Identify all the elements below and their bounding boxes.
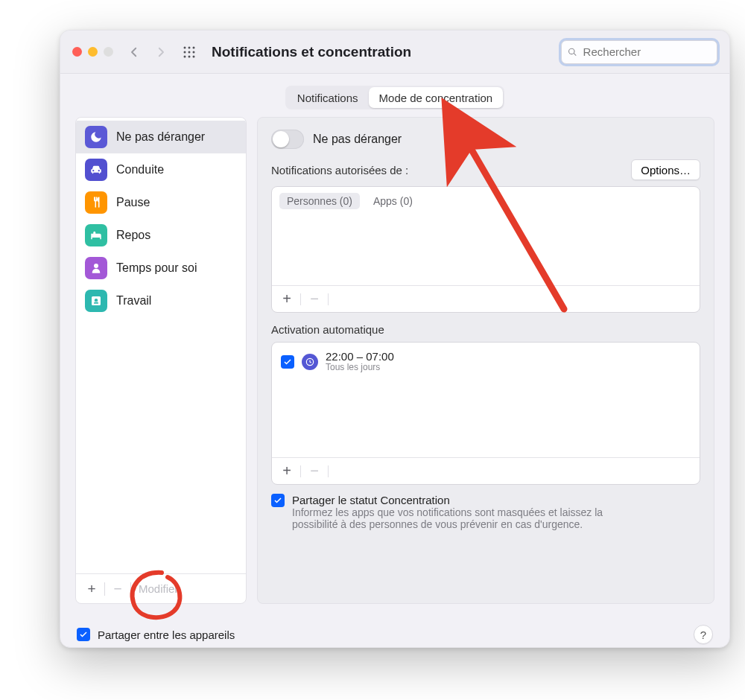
zoom-window-button[interactable] [104, 47, 113, 57]
sidebar-item-work[interactable]: Travail [76, 284, 246, 317]
options-button[interactable]: Options… [631, 159, 700, 180]
search-icon [568, 47, 577, 57]
sidebar-item-personal-time[interactable]: Temps pour soi [76, 252, 246, 284]
tab-focus[interactable]: Mode de concentration [369, 87, 504, 108]
back-button[interactable] [124, 42, 145, 63]
add-allowed-button[interactable]: + [278, 290, 296, 308]
car-icon [85, 159, 107, 181]
help-button[interactable]: ? [694, 625, 713, 644]
bed-icon [85, 224, 107, 246]
sidebar-item-label: Conduite [116, 163, 164, 176]
search-input[interactable] [582, 45, 711, 59]
svg-point-5 [193, 51, 195, 53]
focus-mode-sidebar: Ne pas déranger Conduite Pause [75, 117, 247, 604]
minimize-window-button[interactable] [88, 47, 98, 57]
allowed-notifications-label: Notifications autorisées de : [271, 164, 408, 176]
forward-button[interactable] [150, 42, 171, 63]
remove-focus-button[interactable]: − [108, 581, 127, 597]
schedule-sub: Tous les jours [326, 363, 394, 373]
tab-apps[interactable]: Apps (0) [366, 193, 420, 209]
tab-people[interactable]: Personnes (0) [279, 193, 360, 209]
sidebar-item-do-not-disturb[interactable]: Ne pas déranger [76, 121, 246, 153]
focus-detail-panel: Ne pas déranger Notifications autorisées… [257, 117, 714, 604]
window-toolbar: Notifications et concentration [60, 31, 729, 74]
share-status-checkbox[interactable] [271, 494, 285, 507]
share-across-devices-checkbox[interactable] [77, 628, 90, 641]
close-window-button[interactable] [72, 47, 82, 57]
sidebar-item-label: Repos [116, 229, 150, 242]
moon-icon [85, 126, 107, 148]
do-not-disturb-toggle-label: Ne pas déranger [313, 133, 402, 146]
show-all-icon[interactable] [179, 42, 200, 63]
schedule-checkbox[interactable] [281, 355, 294, 369]
tab-notifications[interactable]: Notifications [287, 87, 369, 108]
focus-mode-list: Ne pas déranger Conduite Pause [76, 118, 246, 573]
divider [104, 582, 105, 596]
do-not-disturb-toggle[interactable] [271, 130, 304, 149]
sidebar-item-driving[interactable]: Conduite [76, 153, 246, 186]
sidebar-item-label: Ne pas déranger [116, 130, 205, 144]
allowed-listbox: Personnes (0) Apps (0) + − [271, 186, 700, 313]
divider [328, 465, 329, 477]
svg-point-2 [193, 46, 195, 48]
allowed-list-body [272, 209, 700, 285]
svg-point-8 [193, 55, 195, 57]
search-field[interactable] [561, 40, 717, 64]
tab-switcher: Notifications Mode de concentration [60, 74, 729, 117]
sidebar-item-label: Pause [116, 196, 150, 209]
share-across-devices-label: Partager entre les appareils [98, 629, 235, 641]
share-status-description: Informez les apps que vos notifications … [292, 506, 635, 530]
svg-point-1 [188, 46, 191, 48]
schedule-listbox: 22:00 – 07:00 Tous les jours + − [271, 342, 700, 485]
remove-allowed-button[interactable]: − [305, 290, 323, 308]
sidebar-item-label: Travail [116, 294, 151, 308]
preferences-window: Notifications et concentration Notificat… [60, 30, 730, 648]
sidebar-item-sleep[interactable]: Repos [76, 219, 246, 252]
traffic-lights [72, 47, 113, 57]
auto-activation-label: Activation automatique [271, 323, 700, 336]
add-schedule-button[interactable]: + [278, 462, 296, 480]
person-icon [85, 257, 107, 279]
remove-schedule-button[interactable]: − [305, 462, 323, 480]
svg-point-6 [184, 55, 186, 57]
divider [300, 465, 301, 477]
sidebar-item-break[interactable]: Pause [76, 186, 246, 219]
svg-point-7 [188, 55, 191, 57]
divider [130, 582, 131, 596]
modify-button[interactable]: Modifier [139, 582, 178, 595]
divider [328, 293, 329, 305]
window-title: Notifications et concentration [212, 44, 411, 60]
svg-point-0 [184, 46, 186, 48]
svg-point-4 [188, 51, 191, 53]
share-status-title: Partager le statut Concentration [292, 494, 635, 506]
svg-point-3 [184, 51, 186, 53]
schedule-time: 22:00 – 07:00 [326, 350, 394, 363]
sidebar-footer: + − Modifier [76, 573, 246, 603]
badge-icon [85, 290, 107, 312]
sidebar-item-label: Temps pour soi [116, 261, 197, 275]
divider [300, 293, 301, 305]
add-focus-button[interactable]: + [82, 581, 101, 597]
schedule-row[interactable]: 22:00 – 07:00 Tous les jours [272, 343, 700, 381]
fork-icon [85, 191, 107, 214]
clock-icon [302, 354, 318, 370]
bottom-row: Partager entre les appareils ? [60, 617, 729, 644]
